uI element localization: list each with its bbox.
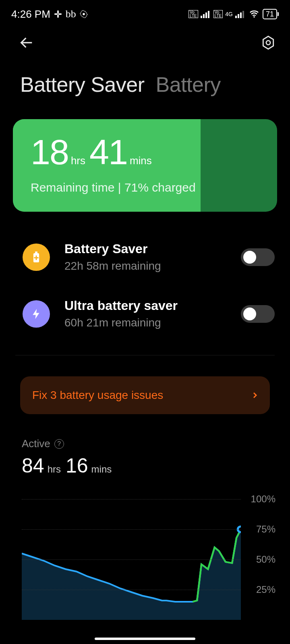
svg-rect-5 — [201, 16, 202, 18]
tabs: Battery Saver Battery — [0, 52, 290, 97]
bolt-icon — [23, 300, 50, 328]
remaining-subtitle: Remaining time | 71% charged — [31, 171, 277, 194]
wifi-icon — [248, 9, 260, 19]
settings-hex-icon — [261, 35, 276, 50]
chart-y-labels: 100% 75% 50% 25% — [242, 499, 276, 620]
home-indicator[interactable] — [95, 638, 195, 640]
svg-rect-18 — [34, 257, 38, 258]
remaining-hrs: 18 — [31, 134, 68, 170]
y-tick-75: 75% — [256, 524, 276, 535]
y-tick-50: 50% — [256, 554, 276, 565]
remaining-hrs-unit: hrs — [68, 155, 89, 171]
help-icon[interactable]: ? — [54, 439, 64, 449]
remaining-mins: 41 — [89, 134, 127, 170]
active-label: Active — [22, 438, 50, 450]
y-tick-100: 100% — [251, 493, 276, 505]
signal2-icon — [235, 10, 246, 18]
remaining-mins-unit: mins — [127, 155, 156, 171]
ultra-saver-title: Ultra battery saver — [64, 298, 226, 313]
svg-rect-7 — [205, 12, 207, 18]
battery-pct: 71 — [263, 9, 277, 19]
settings-button[interactable] — [259, 34, 277, 52]
status-left: 4:26 PM bb — [11, 8, 88, 21]
volte2-icon: Vo LTE — [213, 10, 223, 18]
back-arrow-icon — [19, 35, 35, 51]
battery-indicator: 71 — [263, 9, 279, 19]
saver-options: Battery Saver 22h 58m remaining Ultra ba… — [0, 212, 290, 355]
divider — [15, 355, 275, 355]
svg-point-14 — [266, 41, 270, 45]
svg-point-13 — [253, 16, 255, 18]
svg-rect-6 — [203, 14, 205, 18]
chart-plot-area — [22, 499, 241, 620]
chevron-right-icon — [251, 389, 259, 402]
svg-rect-2 — [54, 13, 58, 15]
remaining-time-value: 18 hrs 41 mins — [31, 134, 277, 171]
battery-saver-subtitle: 22h 58m remaining — [64, 256, 226, 272]
ultra-saver-subtitle: 60h 21m remaining — [64, 313, 226, 329]
status-bar: 4:26 PM bb Vo LTE Vo LTE 4G 71 — [0, 0, 290, 24]
remaining-time-card[interactable]: 18 hrs 41 mins Remaining time | 71% char… — [13, 119, 277, 212]
svg-rect-16 — [35, 251, 37, 253]
battery-saver-row[interactable]: Battery Saver 22h 58m remaining — [23, 242, 275, 298]
signal1-icon — [201, 10, 211, 18]
status-right: Vo LTE Vo LTE 4G 71 — [188, 9, 279, 19]
fix-issues-button[interactable]: Fix 3 battery usage issues — [20, 376, 270, 414]
ultra-saver-row[interactable]: Ultra battery saver 60h 21m remaining — [23, 298, 275, 355]
status-time: 4:26 PM — [11, 8, 50, 21]
active-section: Active ? 84 hrs 16 mins — [0, 414, 290, 477]
active-hrs: 84 — [22, 454, 44, 477]
active-time-value: 84 hrs 16 mins — [22, 450, 290, 477]
active-label-row: Active ? — [22, 438, 290, 450]
settings-small-icon — [79, 10, 88, 19]
battery-saver-text: Battery Saver 22h 58m remaining — [64, 242, 226, 272]
svg-point-4 — [83, 13, 85, 15]
active-hrs-unit: hrs — [44, 464, 66, 477]
battery-history-chart[interactable]: 100% 75% 50% 25% — [22, 499, 276, 620]
ultra-saver-toggle[interactable] — [241, 305, 275, 323]
net-label: 4G — [225, 12, 233, 17]
battery-saver-title: Battery Saver — [64, 242, 226, 256]
back-button[interactable] — [18, 34, 35, 52]
fix-issues-label: Fix 3 battery usage issues — [32, 389, 163, 402]
volte1-icon: Vo LTE — [188, 10, 198, 18]
card-content: 18 hrs 41 mins Remaining time | 71% char… — [13, 119, 277, 194]
active-mins: 16 — [66, 454, 88, 477]
ultra-saver-text: Ultra battery saver 60h 21m remaining — [64, 298, 226, 329]
svg-rect-1 — [57, 14, 59, 18]
top-bar — [0, 24, 290, 52]
y-tick-25: 25% — [256, 584, 276, 595]
tab-battery[interactable]: Battery — [156, 72, 221, 97]
slack-icon — [54, 10, 62, 19]
svg-rect-10 — [238, 14, 239, 18]
svg-rect-0 — [57, 10, 59, 14]
bb-icon: bb — [66, 8, 76, 20]
tab-battery-saver[interactable]: Battery Saver — [20, 72, 145, 97]
battery-plus-icon — [23, 244, 50, 271]
active-mins-unit: mins — [88, 464, 117, 477]
battery-saver-toggle[interactable] — [241, 248, 275, 266]
svg-rect-3 — [58, 13, 62, 15]
svg-rect-12 — [242, 11, 244, 18]
svg-rect-11 — [240, 12, 242, 18]
svg-rect-8 — [208, 11, 209, 18]
svg-rect-9 — [235, 16, 237, 18]
